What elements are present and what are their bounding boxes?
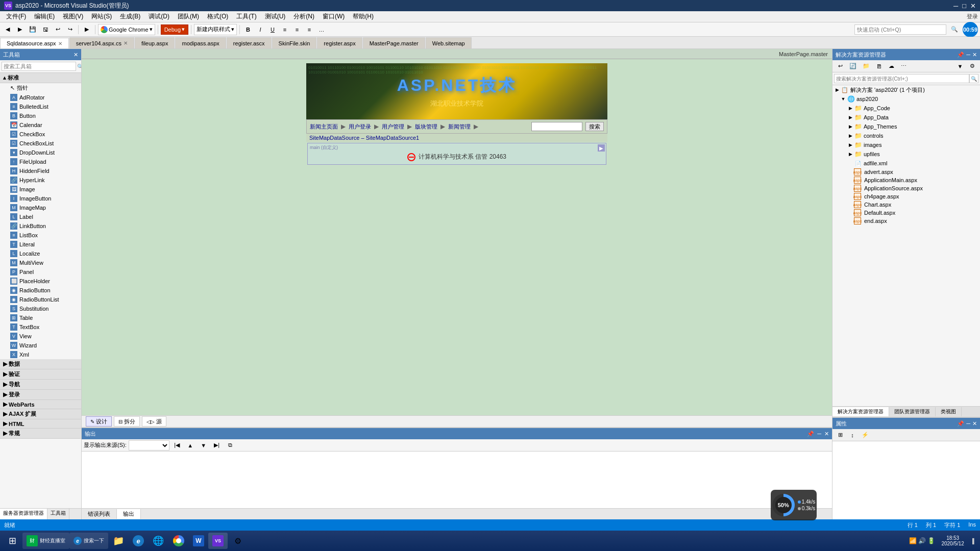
align-right-btn[interactable]: ≡ [304, 24, 315, 35]
tree-default[interactable]: aspx Default.aspx [832, 209, 980, 217]
tool-radiobuttonlist[interactable]: ◉ RadioButtonList [0, 295, 81, 304]
redo-btn[interactable]: ↪ [64, 24, 76, 35]
design-view-btn[interactable]: ✎ 设计 [86, 416, 112, 427]
tool-panel[interactable]: P Panel [0, 267, 81, 277]
tool-placeholder[interactable]: ⬜ PlaceHolder [0, 277, 81, 286]
close-btn[interactable]: ✕ [970, 2, 976, 10]
toolbox-group-html-header[interactable]: ▶ HTML [0, 419, 81, 429]
tree-end[interactable]: aspx end.aspx [832, 217, 980, 225]
prop-grid-btn[interactable]: ⊞ [835, 430, 846, 441]
menu-team[interactable]: 团队(M) [174, 11, 203, 22]
output-btn5[interactable]: ⧉ [225, 440, 236, 451]
start-btn-taskbar[interactable]: ⊞ [2, 533, 22, 549]
menu-website[interactable]: 网站(S) [87, 11, 116, 22]
tree-controls[interactable]: ▶ 📁 controls [832, 131, 980, 140]
more-btn[interactable]: … [316, 24, 327, 35]
sidebar-tab-toolbox[interactable]: 工具箱 [47, 509, 69, 519]
tool-imagemap[interactable]: M ImageMap [0, 203, 81, 212]
browser-dropdown[interactable]: Google Chrome ▾ [98, 24, 155, 35]
align-left-btn[interactable]: ≡ [279, 24, 290, 35]
toolbox-group-data-header[interactable]: ▶ 数据 [0, 359, 81, 369]
output-tab-errors[interactable]: 错误列表 [82, 509, 117, 519]
output-btn3[interactable]: ▼ [198, 440, 209, 451]
tree-project-root[interactable]: ▼ 🌐 asp2020 [832, 94, 980, 104]
tool-imagebutton[interactable]: I ImageButton [0, 194, 81, 203]
taskbar-word[interactable]: W [189, 533, 208, 549]
region-expand-btn[interactable]: ▶ [598, 144, 605, 152]
menu-view[interactable]: 视图(V) [59, 11, 87, 22]
taskbar-vs[interactable]: VS [208, 533, 228, 549]
prop-minimize[interactable]: ─ [966, 420, 970, 427]
tool-literal[interactable]: T Literal [0, 240, 81, 249]
solution-search-input[interactable] [834, 74, 969, 83]
tab-sqldatasource-close[interactable]: ✕ [58, 41, 62, 46]
menu-test[interactable]: 测试(U) [261, 11, 290, 22]
maximize-btn[interactable]: □ [962, 2, 966, 10]
tree-adfile[interactable]: 📄 adfile.xml [832, 159, 980, 168]
tool-localize[interactable]: L Localize [0, 249, 81, 258]
save-btn[interactable]: 💾 [27, 24, 39, 35]
tab-skinfile[interactable]: SkinFile.skin [272, 37, 317, 48]
toolbox-group-login-header[interactable]: ▶ 登录 [0, 390, 81, 400]
output-close[interactable]: ✕ [824, 431, 829, 437]
toolbox-group-validation-header[interactable]: ▶ 验证 [0, 369, 81, 380]
tool-hiddenfield[interactable]: H HiddenField [0, 166, 81, 176]
prop-sort-btn[interactable]: ↕ [847, 430, 858, 441]
sol-btn-3[interactable]: 📁 [860, 61, 872, 72]
tab-fileup[interactable]: fileup.aspx [135, 37, 175, 48]
nav-login[interactable]: 用户登录 [349, 123, 371, 131]
tree-appsource[interactable]: aspx ApplicationSource.aspx [832, 184, 980, 192]
taskbar-search[interactable]: e 搜索一下 [69, 533, 108, 549]
sol-btn-5[interactable]: ☁ [886, 61, 897, 72]
underline-btn[interactable]: U [267, 24, 278, 35]
menu-format[interactable]: 格式(O) [203, 11, 232, 22]
tree-app-themes[interactable]: ▶ 📁 App_Themes [832, 122, 980, 131]
tree-solution-root[interactable]: ▶ 📋 解决方案 'asp2020' (1 个项目) [832, 85, 980, 94]
tool-table[interactable]: ⊞ Table [0, 313, 81, 322]
tab-modipass[interactable]: modipass.aspx [175, 37, 226, 48]
tool-view[interactable]: V View [0, 332, 81, 341]
toolbox-search-input[interactable] [2, 62, 76, 71]
tool-radiobutton[interactable]: ◉ RadioButton [0, 286, 81, 295]
minimize-btn[interactable]: ─ [953, 2, 958, 10]
output-minimize[interactable]: ─ [817, 431, 821, 437]
output-btn1[interactable]: |◀ [172, 440, 183, 451]
fwd-btn[interactable]: ▶ [14, 24, 26, 35]
tree-appmain[interactable]: aspx ApplicationMain.aspx [832, 176, 980, 184]
tab-register-ascx[interactable]: register.ascx [227, 37, 272, 48]
tool-multiview[interactable]: M MultiView [0, 258, 81, 267]
italic-btn[interactable]: I [255, 24, 266, 35]
tool-adrotator[interactable]: A AdRotator [0, 93, 81, 102]
solution-close[interactable]: ✕ [972, 52, 977, 58]
tool-checkboxlist[interactable]: ☑ CheckBoxList [0, 139, 81, 148]
tray-show-desktop[interactable]: ▌ [970, 538, 978, 544]
menu-window[interactable]: 窗口(W) [318, 11, 349, 22]
taskbar-finance[interactable]: 财 财经直播室 [22, 533, 69, 549]
bold-btn[interactable]: B [242, 24, 254, 35]
taskbar-ie[interactable]: e [129, 533, 148, 549]
right-tab-solution[interactable]: 解决方案资源管理器 [832, 407, 889, 416]
tree-app-data[interactable]: ▶ 📁 App_Data [832, 113, 980, 122]
prop-event-btn[interactable]: ⚡ [859, 430, 871, 441]
tool-checkbox[interactable]: ☑ CheckBox [0, 130, 81, 139]
sol-btn-2[interactable]: 🔄 [847, 61, 859, 72]
undo-btn[interactable]: ↩ [52, 24, 63, 35]
sol-btn-1[interactable]: ↩ [835, 61, 846, 72]
tool-substitution[interactable]: S Substitution [0, 304, 81, 313]
sol-settings-btn[interactable]: ⚙ [967, 61, 978, 72]
system-clock[interactable]: 18:53 2020/5/12 [937, 535, 968, 546]
right-tab-team[interactable]: 团队资源管理器 [889, 407, 936, 416]
prop-close[interactable]: ✕ [972, 420, 977, 427]
toolbox-group-ajax-header[interactable]: ▶ AJAX 扩展 [0, 409, 81, 419]
start-btn[interactable]: ▶ [81, 24, 92, 35]
solution-minimize[interactable]: ─ [966, 52, 970, 58]
tool-fileupload[interactable]: ↑ FileUpload [0, 157, 81, 166]
prop-pin[interactable]: 📌 [957, 420, 964, 427]
sol-btn-6[interactable]: ⋯ [898, 61, 909, 72]
tool-cursor[interactable]: ↖ 指针 [0, 83, 81, 93]
menu-build[interactable]: 生成(B) [116, 11, 144, 22]
output-pin[interactable]: 📌 [807, 431, 814, 437]
toolbox-group-general-header[interactable]: ▶ 常规 [0, 429, 81, 439]
tool-linkbutton[interactable]: 🔗 LinkButton [0, 221, 81, 231]
tree-upfiles[interactable]: ▶ 📁 upfiles [832, 149, 980, 159]
